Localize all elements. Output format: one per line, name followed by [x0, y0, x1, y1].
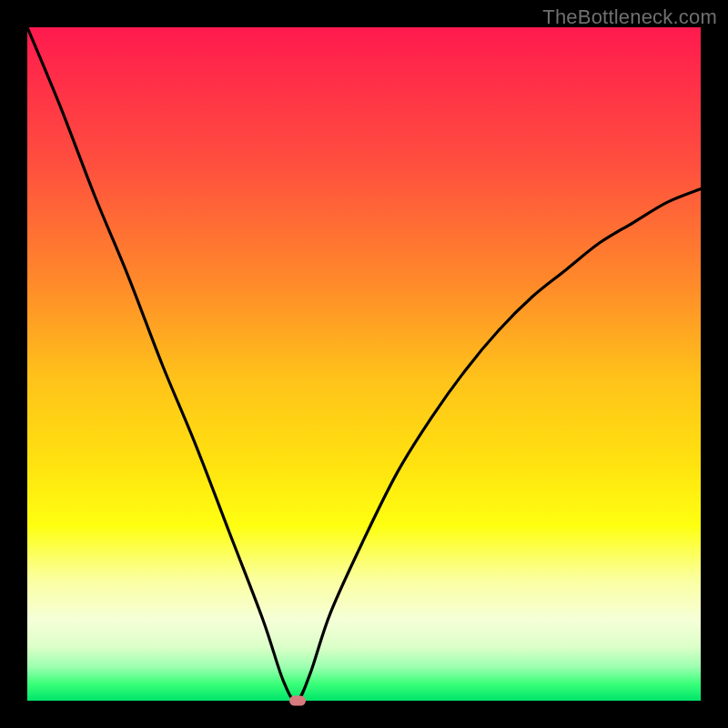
- bottleneck-curve: [27, 27, 701, 701]
- watermark-text: TheBottleneck.com: [542, 5, 717, 29]
- optimal-point-dot: [289, 696, 306, 706]
- chart-frame: TheBottleneck.com: [0, 0, 728, 728]
- plot-area: [27, 27, 701, 701]
